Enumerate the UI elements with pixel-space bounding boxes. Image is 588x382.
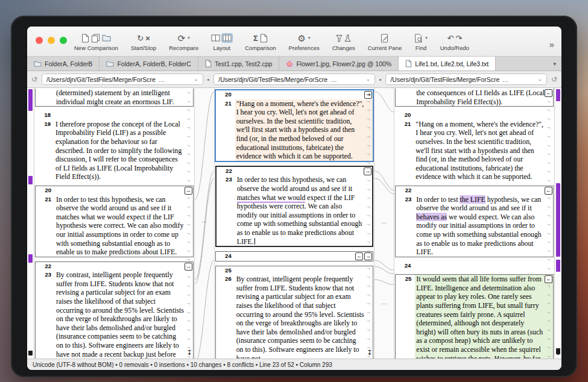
text-paragraph[interactable]: (determined) statement by an intelligent… (55, 89, 193, 106)
folder-icon (106, 61, 114, 67)
text-line[interactable] (414, 261, 554, 271)
file-pane-left[interactable]: (determined) statement by an intelligent… (34, 88, 194, 359)
toolbar-label: Recompare (169, 45, 198, 51)
document-icon (205, 60, 212, 67)
chevron-down-icon[interactable]: ⌄ (194, 77, 198, 82)
merge-left-button[interactable]: ← (545, 275, 552, 283)
text-line[interactable] (55, 262, 193, 271)
toolbar-find[interactable]: ▾ Find (414, 33, 428, 51)
laptop-screen-bezel: New Comparison ↻ × Start/Stop ⟳ ▾ Recomp… (11, 16, 577, 377)
toolbar-overflow-button[interactable]: » (549, 34, 554, 49)
collapsed-link-ellipsis[interactable]: … (201, 217, 207, 224)
toolbar-undo-redo[interactable]: ↶ ↷ Undo/Redo (440, 33, 469, 51)
minimize-window-button[interactable] (48, 37, 55, 44)
merge-right-button[interactable]: → (364, 168, 371, 175)
file-path-row: ↺ /Users/djn/Git/TestFiles/Merge/ForScre… (27, 71, 561, 88)
line-number: 20 (395, 111, 414, 120)
tab-life-txt[interactable]: Life1.txt, Life2.txt, Life3.txt (399, 57, 496, 70)
merge-left-button[interactable]: ← (545, 187, 552, 195)
unchanged-region: 24 (395, 261, 554, 271)
toolbar-recompare[interactable]: ⟳ ▾ Recompare (169, 33, 198, 51)
change-map-left[interactable] (27, 88, 34, 359)
collapsed-link-ellipsis[interactable]: … (381, 218, 388, 225)
next-change-button[interactable]: ↧ (555, 349, 561, 356)
text-line[interactable] (414, 111, 554, 120)
toolbar-start-stop[interactable]: ↻ × Start/Stop (131, 33, 156, 51)
current-change-block: ⇥ 20 21"Hang on a moment, where's the ev… (215, 90, 374, 161)
redo-icon: ↷ (455, 34, 462, 42)
unchanged-region: 18 19I therefore propose the concept of … (35, 111, 194, 181)
merge-right-button[interactable]: → (364, 252, 372, 260)
tab-foldera-folderb[interactable]: FolderA, FolderB (27, 57, 100, 70)
folder-comparison-icon (102, 34, 111, 42)
swap-panes-icon[interactable]: ↺ (31, 75, 37, 84)
toolbar-new-comparison[interactable]: New Comparison (74, 33, 118, 51)
toolbar-label: Start/Stop (131, 45, 156, 51)
document-icon (260, 34, 268, 43)
toolbar-changes[interactable]: Changes (332, 33, 355, 51)
merge-right-bar-button[interactable]: ⇥ (364, 91, 372, 99)
change-block-continued: (determined) statement by an intelligent… (35, 89, 194, 107)
find-in-document-icon (414, 34, 423, 43)
text-line[interactable] (235, 266, 373, 275)
text-paragraph[interactable]: In order to test this hypothesis, we can… (55, 195, 193, 257)
file-pane-right[interactable]: ← the consequences of LI fields as LIFE … (394, 88, 554, 359)
recompare-icon: ⟳ (178, 34, 186, 43)
close-window-button[interactable] (36, 37, 43, 44)
tab-bar: FolderA, FolderB FolderA, FolderB, Folde… (27, 57, 561, 71)
document-pair-icon (91, 34, 100, 43)
file-path-field-left[interactable]: /Users/djn/Git/TestFiles/Merge/ForScre …… (42, 74, 203, 85)
change-block: 25 26By contrast, intelligent people fre… (215, 266, 374, 359)
text-paragraph[interactable]: In order to test the LIFE hypothesis, we… (415, 195, 553, 257)
line-number: 23 (36, 271, 55, 359)
path-ellipsis: … (330, 76, 337, 83)
file-path-field-middle[interactable]: /Users/djn/Git/TestFiles/Merge/ForScre …… (213, 74, 375, 85)
next-change-button[interactable]: ↧ (367, 349, 372, 357)
change-block-continued: ← the consequences of LI fields as LIFE … (395, 89, 554, 107)
text-paragraph[interactable]: By contrast, intelligent people frequent… (235, 275, 373, 359)
text-paragraph[interactable]: "Hang on a moment, where's the evidence?… (414, 120, 554, 181)
text-line[interactable] (235, 252, 373, 261)
toolbar-comparison[interactable]: Σ Comparison (245, 33, 276, 51)
merge-left-button[interactable]: ← (545, 89, 552, 97)
status-bar: Unicode (UTF-8 without BOM) • 0 removals… (27, 359, 561, 370)
merge-right-button[interactable]: → (185, 263, 192, 271)
next-change-button[interactable]: ↧ (186, 349, 192, 357)
status-text: Unicode (UTF-8 without BOM) • 0 removals… (33, 362, 332, 368)
merge-right-button[interactable]: → (185, 187, 192, 195)
flower-image-icon (286, 60, 293, 67)
file-pane-middle[interactable]: ⇥ 20 21"Hang on a moment, where's the ev… (215, 88, 375, 359)
text-paragraph[interactable]: I therefore propose the concept of the L… (54, 120, 194, 181)
change-map-right[interactable]: ↧ (554, 88, 561, 359)
text-paragraph[interactable]: "Hang on a moment, where's the evidence?… (235, 99, 373, 161)
text-paragraph[interactable]: By contrast, intelligent people frequent… (55, 271, 193, 359)
tab-overflow-caret[interactable]: ▾ (548, 57, 561, 70)
change-block: ← 25It would seem that all life forms su… (395, 274, 554, 359)
merge-left-button[interactable]: ← (355, 252, 363, 260)
comparison-content: (determined) statement by an intelligent… (27, 88, 561, 359)
tab-test-cpp[interactable]: Test1.cpp, Test2.cpp (198, 57, 280, 70)
collapsed-link-ellipsis[interactable]: … (381, 299, 388, 305)
text-paragraph[interactable]: It would seem that all life forms suffer… (415, 275, 553, 359)
text-line[interactable] (235, 90, 373, 99)
tab-foldera-folderb-folderc[interactable]: FolderA, FolderB, FolderC (100, 57, 198, 70)
toolbar-layout[interactable]: Layout (211, 33, 232, 51)
sigma-icon: Σ (253, 34, 258, 42)
text-line[interactable] (55, 186, 193, 195)
toolbar-current-pane[interactable]: Current Pane (368, 33, 402, 51)
chevron-down-icon[interactable]: ⌄ (538, 77, 542, 82)
text-line[interactable] (415, 186, 553, 195)
text-line[interactable] (236, 167, 373, 176)
text-paragraph[interactable]: In order to test this hypothesis, we can… (236, 175, 373, 246)
tab-flower-jpg[interactable]: Flower1.jpg, Flower2.jpg @ 100% (279, 57, 399, 70)
toolbar-preferences[interactable]: ⚙ ▾ Preferences (288, 33, 319, 51)
chevron-down-icon: ▾ (425, 36, 428, 40)
line-number: 22 (217, 167, 236, 176)
chevron-down-icon[interactable]: ⌄ (366, 77, 370, 82)
pane-separator-dot: • (207, 76, 210, 83)
zoom-window-button[interactable] (60, 37, 67, 44)
text-line[interactable] (54, 111, 194, 120)
swap-panes-icon[interactable]: ↺ (551, 75, 557, 84)
text-paragraph[interactable]: the consequences of LI fields as LIFE (L… (415, 89, 553, 106)
file-path-field-right[interactable]: /Users/djn/Git/TestFiles/Merge/ForScre …… (385, 74, 547, 85)
